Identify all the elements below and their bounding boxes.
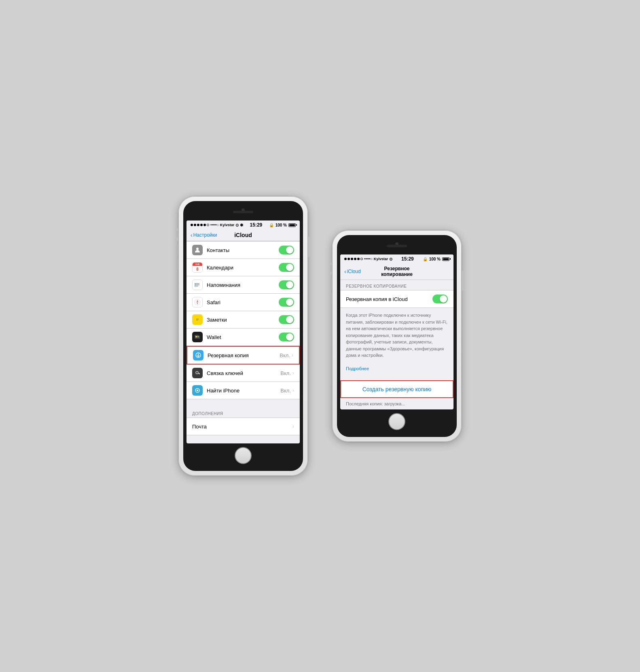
findphone-chevron-icon: ›	[292, 388, 294, 393]
vol-down-right	[330, 293, 332, 303]
screen-right: •••••○ Kyivstar ⊙ 15:29 🔒 100 % ‹ iCloud	[340, 254, 454, 409]
svg-point-4	[195, 283, 195, 284]
notes-toggle[interactable]	[279, 315, 294, 324]
svg-rect-23	[199, 373, 200, 375]
status-bar: •••••○ Kyivstar ⊙ ✱ 15:29 🔒 100 %	[186, 220, 300, 229]
reminders-row[interactable]: Напоминания	[186, 276, 300, 294]
last-backup-text: Последняя копия: загрузка...	[340, 398, 454, 409]
findphone-row[interactable]: Найти iPhone Вкл. ›	[186, 382, 300, 399]
battery-percent: 100 %	[275, 223, 287, 227]
notes-icon	[192, 314, 203, 325]
backup-icon	[193, 350, 203, 360]
contacts-toggle[interactable]	[279, 246, 294, 254]
notes-label: Заметки	[207, 317, 279, 323]
phone-right: •••••○ Kyivstar ⊙ 15:29 🔒 100 % ‹ iCloud	[332, 230, 462, 442]
backup-value: Вкл.	[280, 352, 290, 358]
back-button[interactable]: ‹ Настройки	[191, 232, 219, 238]
backup-row[interactable]: Резервная копия Вкл. ›	[186, 346, 300, 365]
notes-row[interactable]: Заметки	[186, 311, 300, 329]
reminders-toggle[interactable]	[279, 280, 294, 289]
signal-dots	[191, 224, 209, 226]
safari-icon	[192, 297, 203, 307]
status-right-right: 🔒 100 %	[423, 257, 449, 261]
carrier-label-right: •••••○ Kyivstar	[364, 257, 388, 261]
icloud-settings-group: Контакты ЯНВ 8 Календари	[186, 241, 300, 399]
addons-group: Почта ›	[186, 418, 300, 435]
back-label: Настройки	[193, 232, 217, 238]
back-button-right[interactable]: ‹ iCloud	[344, 268, 373, 275]
mail-row[interactable]: Почта ›	[186, 418, 300, 435]
wallet-toggle[interactable]	[279, 333, 294, 341]
status-left: •••••○ Kyivstar ⊙ ✱	[191, 223, 243, 227]
keychain-icon	[192, 368, 203, 378]
create-backup-label: Создать резервную копию	[347, 386, 447, 392]
calendar-label: Календари	[207, 265, 279, 271]
create-backup-row[interactable]: Создать резервную копию	[340, 380, 454, 398]
findphone-value: Вкл.	[280, 388, 291, 394]
vol-up-button	[176, 245, 178, 255]
backup-more-link[interactable]: Подробнее	[346, 366, 369, 371]
back-label-right: iCloud	[347, 269, 361, 274]
findphone-label: Найти iPhone	[207, 388, 280, 394]
keychain-chevron-icon: ›	[292, 370, 294, 376]
icloud-backup-toggle-label: Резервная копия в iCloud	[346, 296, 432, 302]
mail-label: Почта	[192, 424, 292, 430]
backup-section-header: РЕЗЕРВНОЕ КОПИРОВАНИЕ	[340, 280, 454, 290]
wallet-row[interactable]: Wallet	[186, 329, 300, 346]
nav-title: iCloud	[219, 232, 267, 238]
top-bezel	[186, 204, 300, 220]
addons-section-header: ДОПОЛНЕНИЯ	[186, 407, 300, 418]
screen-left: •••••○ Kyivstar ⊙ ✱ 15:29 🔒 100 % ‹ На	[186, 220, 300, 443]
backup-description: Когда этот iPhone подключен к источнику …	[340, 308, 454, 376]
vol-down-button	[176, 259, 178, 269]
back-chevron-icon: ‹	[191, 232, 193, 238]
home-button-left[interactable]	[235, 447, 252, 464]
status-bar-right: •••••○ Kyivstar ⊙ 15:29 🔒 100 %	[340, 254, 454, 263]
nav-bar-right: ‹ iCloud Резервное копирование	[340, 263, 454, 280]
backup-chevron-icon: ›	[292, 352, 293, 358]
svg-point-5	[195, 284, 195, 285]
bottom-bezel-left	[186, 443, 300, 468]
calendar-row[interactable]: ЯНВ 8 Календари	[186, 259, 300, 276]
backup-label: Резервная копия	[208, 352, 280, 358]
mute-switch	[176, 231, 178, 238]
calendar-toggle[interactable]	[279, 263, 294, 272]
mute-switch-right	[330, 265, 332, 272]
safari-row[interactable]: Safari	[186, 294, 300, 311]
icloud-backup-toggle-row[interactable]: Резервная копия в iCloud	[340, 290, 454, 307]
lock-icon-right: 🔒	[423, 257, 428, 261]
home-button-right[interactable]	[388, 413, 405, 430]
svg-point-25	[197, 390, 198, 391]
calendar-icon: ЯНВ 8	[192, 262, 203, 273]
mail-chevron-icon: ›	[292, 424, 294, 429]
keychain-row[interactable]: Связка ключей Вкл. ›	[186, 365, 300, 382]
signal-dots-right	[344, 258, 363, 260]
status-left-right: •••••○ Kyivstar ⊙	[344, 257, 392, 261]
backup-description-text: Когда этот iPhone подключен к источнику …	[346, 313, 447, 358]
reminders-label: Напоминания	[207, 282, 279, 288]
speaker-right	[387, 245, 407, 247]
status-right: 🔒 100 %	[269, 223, 296, 227]
battery-icon-right	[442, 257, 449, 261]
findphone-icon	[192, 385, 203, 396]
lock-icon: 🔒	[269, 223, 274, 227]
contacts-row[interactable]: Контакты	[186, 242, 300, 259]
icloud-backup-toggle[interactable]	[432, 295, 448, 303]
bottom-bezel-right	[340, 409, 454, 434]
keychain-value: Вкл.	[280, 370, 291, 376]
keychain-label: Связка ключей	[207, 370, 280, 376]
vol-up-right	[330, 279, 332, 289]
battery-icon	[288, 223, 296, 227]
contacts-icon	[192, 245, 203, 255]
top-bezel-right	[340, 238, 454, 254]
phone-left: •••••○ Kyivstar ⊙ ✱ 15:29 🔒 100 % ‹ На	[178, 196, 308, 476]
safari-toggle[interactable]	[279, 298, 294, 307]
nav-bar-left: ‹ Настройки iCloud	[186, 229, 300, 241]
status-time-right: 15:29	[401, 256, 414, 262]
svg-point-0	[196, 248, 199, 250]
svg-rect-19	[195, 335, 199, 336]
carrier-label: •••••○ Kyivstar	[210, 223, 234, 227]
svg-rect-17	[195, 336, 197, 337]
nav-title-right: Резервное копирование	[373, 266, 421, 277]
wifi-icon: ⊙	[235, 223, 239, 227]
